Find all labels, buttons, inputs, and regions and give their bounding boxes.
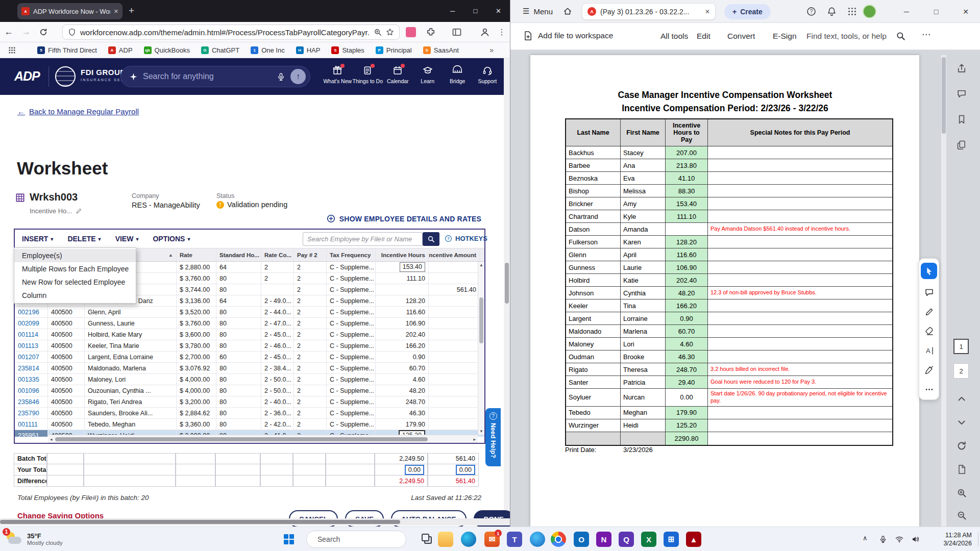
back-icon[interactable]: ← [0,27,17,37]
scrollbar-thumb[interactable] [942,57,946,134]
insert-menu-item[interactable]: New Row for selected Employee [14,276,136,289]
zoom-in-icon[interactable] [957,488,967,498]
pages-panel-icon[interactable] [957,140,967,150]
employee-search-input[interactable] [303,232,423,246]
scroll-right-icon[interactable]: ▸ [473,437,476,442]
search-icon[interactable] [896,31,905,41]
totals-input[interactable]: 0.00 [456,465,475,475]
extensions-puzzle-icon[interactable] [426,27,436,37]
home-icon[interactable] [563,7,572,16]
adp-nav-item[interactable]: Things to Do [353,63,383,92]
employee-row[interactable]: 235790400500Saunders, Brooke Ali...$ 2,8… [15,408,484,419]
user-avatar[interactable] [863,5,876,18]
url-bar[interactable]: workforcenow.adp.com/theme/admin.html#/P… [62,24,400,40]
mail-icon[interactable]: ✉1 [484,532,500,547]
task-view-button[interactable] [422,534,433,545]
account-icon[interactable] [480,27,490,37]
maximize-icon[interactable]: □ [464,0,487,22]
waffle-apps-icon[interactable] [847,7,857,16]
employee-row[interactable]: 235846400500Rigato, Teri Andrea$ 3,200.0… [15,396,484,408]
acrobat-document-tab[interactable]: A (Pay 3) 01.23.26 - 03.22.2... ✕ [582,3,716,20]
volume-icon[interactable] [912,535,920,543]
insert-menu[interactable]: INSERT▾ [22,235,53,243]
bookmarks-panel-icon[interactable] [957,114,967,124]
eraser-tool-icon[interactable] [923,325,935,337]
employee-row[interactable]: 001096400500Ouzounian, Cynthia ...$ 4,00… [15,385,484,396]
notifications-bell-icon[interactable] [827,7,837,16]
bookmark-item[interactable]: qbQuickBooks [144,46,190,54]
extension-pink-icon[interactable] [406,27,416,37]
comment-tool-icon[interactable] [923,286,935,298]
acrobat-icon[interactable]: ▲ [686,532,701,547]
employee-row[interactable]: 002099400500Gunness, Laurie$ 3,760.00802… [15,318,484,329]
apps-grid-icon[interactable] [8,46,16,54]
hours-input[interactable]: 153.40 [400,262,425,272]
microphone-tray-icon[interactable] [879,535,887,543]
insert-menu-item[interactable]: Employee(s) [14,249,136,262]
microphone-icon[interactable] [277,72,285,81]
file-cell[interactable]: 235846 [15,396,48,407]
scrollbar-thumb[interactable] [479,297,483,343]
adp-nav-item[interactable]: What's New [323,63,353,92]
options-menu[interactable]: OPTIONS▾ [153,235,190,243]
scroll-up-icon[interactable] [957,394,967,404]
close-icon[interactable]: ✕ [951,0,980,23]
grid-column-header[interactable]: Incentive Hours [376,248,429,261]
q-app-icon[interactable]: Q [619,532,634,547]
file-cell[interactable]: 235951 [15,430,48,437]
adp-nav-item[interactable]: Calendar [383,63,413,92]
scrollbar-thumb[interactable] [505,263,509,304]
employee-row[interactable]: 001113400500Keeler, Tina Marie$ 3,780.00… [15,340,484,352]
reload-icon[interactable] [35,28,52,36]
file-cell[interactable]: 001111 [15,419,48,430]
sign-tool-icon[interactable] [923,364,935,376]
back-to-payroll-link[interactable]: ← Back to Manage Regular Payroll [17,107,139,116]
page-vertical-scrollbar[interactable] [504,58,510,518]
taskbar-search[interactable] [306,531,406,548]
grid-column-header[interactable]: Pay # 2 [294,248,327,261]
select-tool-icon[interactable] [921,263,937,279]
employee-row[interactable]: 001114400500Holbird, Katie Mary$ 3,600.0… [15,329,484,340]
page-1-thumbnail[interactable]: 1 [953,339,969,354]
bookmark-item[interactable]: SStaples [331,46,364,54]
scrollbar-thumb[interactable] [0,520,400,524]
new-tab-button[interactable]: + [129,5,134,16]
hotkeys-button[interactable]: ? HOTKEYS [445,235,487,242]
chrome-icon[interactable] [551,532,566,547]
refresh-icon[interactable] [957,441,967,451]
more-options-icon[interactable]: ⋯ [922,29,930,40]
employee-row[interactable]: 001335400500Maloney, Lori$ 4,000.00802 -… [15,374,484,385]
employee-row[interactable]: 002196400500Glenn, April$ 3,520.00802 - … [15,307,484,318]
grid-vertical-scrollbar[interactable]: ▲▼ [478,262,484,435]
convert-menu[interactable]: Convert [727,32,755,41]
tray-overflow-icon[interactable]: ∧ [863,534,868,542]
comments-panel-icon[interactable] [957,89,967,99]
file-explorer-icon[interactable] [438,532,453,547]
outlook-icon[interactable]: O [574,532,589,547]
employee-row[interactable]: 001207400500Largent, Edna Lorraine$ 2,70… [15,352,484,363]
grid-column-header[interactable]: Incentive Amount [429,248,480,261]
adp-nav-item[interactable]: Support [473,63,503,92]
acrobat-scrollbar[interactable] [941,55,946,527]
scroll-down-icon[interactable]: ▼ [479,429,483,434]
file-cell[interactable]: 001335 [15,374,48,385]
bookmark-item[interactable]: 5Fifth Third Direct [37,46,97,54]
bookmark-item[interactable]: GChatGPT [201,46,239,54]
file-cell[interactable]: 001114 [15,329,48,340]
help-icon[interactable]: ? [806,7,816,16]
employee-search-button[interactable] [423,232,439,246]
file-cell[interactable]: 001113 [15,340,48,351]
create-button[interactable]: +Create [724,4,771,19]
bookmarks-overflow-icon[interactable]: » [489,46,494,54]
taskbar-search-input[interactable] [317,535,410,543]
file-cell[interactable]: 002196 [15,307,48,317]
adp-search-bar[interactable]: ↑ [120,66,310,87]
find-tools-button[interactable]: Find text, tools, or help [806,32,887,41]
bookmark-item[interactable]: PPrincipal [376,46,412,54]
file-cell[interactable]: 001096 [15,385,48,396]
view-menu[interactable]: VIEW▾ [115,235,139,243]
minimize-icon[interactable]: ─ [892,0,921,23]
adp-nav-item[interactable]: Bridge [443,63,473,92]
edge-icon[interactable] [461,532,476,547]
onenote-icon[interactable]: N [596,532,611,547]
